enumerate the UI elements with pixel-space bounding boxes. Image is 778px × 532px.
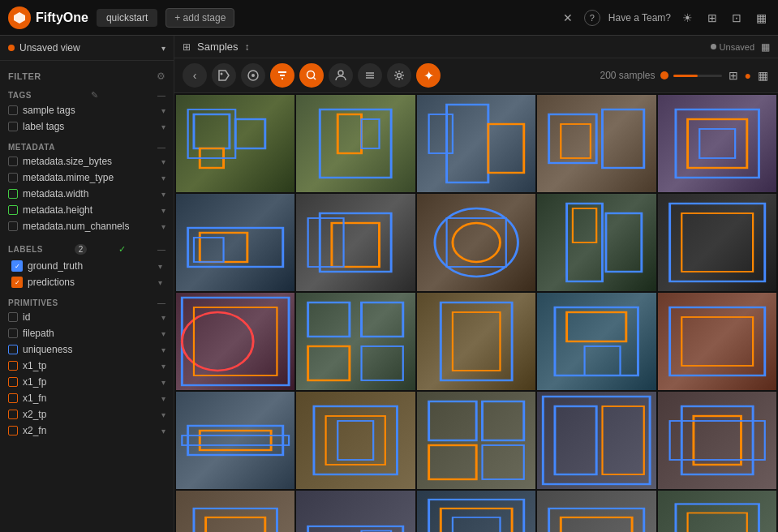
metadata-width-item[interactable]: metadata.width ▾ bbox=[8, 186, 165, 202]
list-button[interactable] bbox=[358, 63, 382, 88]
search-button[interactable] bbox=[299, 63, 324, 88]
grid-item[interactable] bbox=[417, 392, 535, 489]
menu-icon[interactable]: ▦ bbox=[753, 8, 770, 28]
grid-item[interactable] bbox=[296, 491, 415, 532]
metadata-height-checkbox[interactable] bbox=[8, 205, 18, 215]
x1fn-checkbox[interactable] bbox=[8, 393, 18, 403]
help-icon[interactable]: ? bbox=[584, 10, 600, 26]
settings-button[interactable] bbox=[387, 63, 411, 88]
grid-view-icon[interactable]: ▦ bbox=[761, 41, 770, 53]
grid-item[interactable] bbox=[658, 392, 776, 489]
grid-view-button[interactable]: ⊞ bbox=[727, 67, 740, 84]
grid-item[interactable] bbox=[176, 95, 294, 192]
grid-item[interactable] bbox=[537, 392, 655, 489]
svg-rect-21 bbox=[362, 119, 380, 148]
tags-header[interactable]: TAGS ✎ — bbox=[8, 88, 165, 102]
svg-point-46 bbox=[182, 312, 253, 371]
grid-item[interactable] bbox=[296, 95, 415, 192]
metadata-size-checkbox[interactable] bbox=[8, 157, 18, 166]
grid-item[interactable] bbox=[537, 95, 655, 192]
svg-rect-25 bbox=[549, 114, 597, 163]
slider-left-dot[interactable] bbox=[660, 71, 668, 79]
grid-item[interactable] bbox=[296, 194, 415, 291]
metadata-height-item[interactable]: metadata.height ▾ bbox=[8, 202, 165, 218]
x1tp-item[interactable]: x1_tp ▾ bbox=[8, 358, 165, 374]
ai-button[interactable]: ✦ bbox=[416, 63, 441, 88]
grid-item[interactable] bbox=[658, 194, 776, 291]
add-stage-button[interactable]: + add stage bbox=[165, 8, 234, 28]
grid-item[interactable] bbox=[296, 392, 415, 489]
label-tags-item[interactable]: label tags ▾ bbox=[8, 118, 165, 135]
metadata-width-checkbox[interactable] bbox=[8, 189, 18, 199]
list-view-button[interactable]: ▦ bbox=[756, 67, 770, 84]
sample-tags-item[interactable]: sample tags ▾ bbox=[8, 102, 165, 118]
tag-button[interactable] bbox=[212, 63, 236, 88]
filepath-checkbox[interactable] bbox=[8, 328, 18, 338]
svg-point-4 bbox=[251, 74, 255, 77]
slider-right-dot[interactable]: ● bbox=[743, 67, 753, 84]
grid-item[interactable] bbox=[658, 293, 776, 390]
x1tp-checkbox[interactable] bbox=[8, 361, 18, 371]
metadata-width-label: metadata.width bbox=[23, 188, 157, 200]
primitives-header[interactable]: PRIMITIVES — bbox=[8, 297, 165, 309]
sun-icon[interactable]: ☀ bbox=[679, 8, 696, 28]
grid-item[interactable] bbox=[658, 95, 776, 192]
metadata-channels-checkbox[interactable] bbox=[8, 221, 18, 231]
sample-tags-checkbox[interactable] bbox=[8, 105, 18, 115]
labels-header[interactable]: LABELS 2 ✓ — bbox=[8, 241, 165, 258]
svg-rect-16 bbox=[235, 119, 265, 148]
back-button[interactable]: ‹ bbox=[183, 63, 207, 88]
x1fp-item[interactable]: x1_fp ▾ bbox=[8, 374, 165, 390]
grid-item[interactable] bbox=[176, 293, 294, 390]
grid-item[interactable] bbox=[176, 392, 294, 489]
grid-item[interactable] bbox=[296, 293, 415, 390]
grid-icon[interactable]: ⊞ bbox=[704, 8, 720, 28]
x2tp-item[interactable]: x2_tp ▾ bbox=[8, 406, 165, 423]
grid-item[interactable] bbox=[417, 491, 535, 532]
filepath-item[interactable]: filepath ▾ bbox=[8, 325, 165, 341]
person-button[interactable] bbox=[329, 63, 353, 88]
image-grid[interactable] bbox=[174, 93, 778, 532]
x1fn-item[interactable]: x1_fn ▾ bbox=[8, 390, 165, 406]
grid-item[interactable] bbox=[176, 491, 294, 532]
grid-item[interactable] bbox=[176, 194, 294, 291]
uniqueness-item[interactable]: uniqueness ▾ bbox=[8, 341, 165, 358]
x2fn-item[interactable]: x2_fn ▾ bbox=[8, 423, 165, 439]
grid-item[interactable] bbox=[537, 293, 655, 390]
x2fn-checkbox[interactable] bbox=[8, 426, 18, 435]
grid-item[interactable] bbox=[417, 194, 535, 291]
grid-item[interactable] bbox=[417, 95, 535, 192]
grid-item[interactable] bbox=[537, 194, 655, 291]
grid-item[interactable] bbox=[417, 293, 535, 390]
uniqueness-checkbox[interactable] bbox=[8, 345, 18, 354]
svg-rect-64 bbox=[338, 421, 374, 460]
close-icon[interactable]: ✕ bbox=[560, 8, 576, 28]
x2tp-checkbox[interactable] bbox=[8, 410, 18, 419]
settings-icon[interactable]: ⚙ bbox=[157, 71, 165, 82]
metadata-mime-item[interactable]: metadata.mime_type ▾ bbox=[8, 169, 165, 186]
view-selector[interactable]: Unsaved view ▾ bbox=[0, 36, 174, 61]
edit-icon[interactable]: ✎ bbox=[91, 90, 98, 101]
chevron-down-icon: ▾ bbox=[161, 106, 165, 115]
grid-item[interactable] bbox=[537, 491, 655, 532]
github-icon[interactable]: ⊡ bbox=[729, 8, 745, 28]
id-item[interactable]: id ▾ bbox=[8, 309, 165, 325]
filter-button[interactable] bbox=[270, 63, 294, 88]
metadata-channels-item[interactable]: metadata.num_channels ▾ bbox=[8, 218, 165, 234]
metadata-group: METADATA — metadata.size_bytes ▾ metadat… bbox=[8, 138, 165, 238]
metadata-size-item[interactable]: metadata.size_bytes ▾ bbox=[8, 153, 165, 169]
quickstart-tab[interactable]: quickstart bbox=[97, 9, 157, 27]
metadata-mime-checkbox[interactable] bbox=[8, 173, 18, 182]
labels-count: 2 bbox=[75, 244, 88, 255]
chevron-down-icon: ▾ bbox=[161, 122, 165, 131]
label-button[interactable] bbox=[241, 63, 265, 88]
label-tags-checkbox[interactable] bbox=[8, 122, 18, 131]
x1fp-checkbox[interactable] bbox=[8, 377, 18, 387]
slider-track[interactable] bbox=[673, 75, 722, 77]
predictions-label-item[interactable]: ✓ predictions ▾ bbox=[8, 274, 165, 290]
ground-truth-label-item[interactable]: ✓ ground_truth ▾ bbox=[8, 258, 165, 274]
id-checkbox[interactable] bbox=[8, 312, 18, 322]
metadata-header[interactable]: METADATA — bbox=[8, 141, 165, 153]
grid-item[interactable] bbox=[658, 491, 776, 532]
chevron-down-icon: ▾ bbox=[161, 394, 165, 403]
